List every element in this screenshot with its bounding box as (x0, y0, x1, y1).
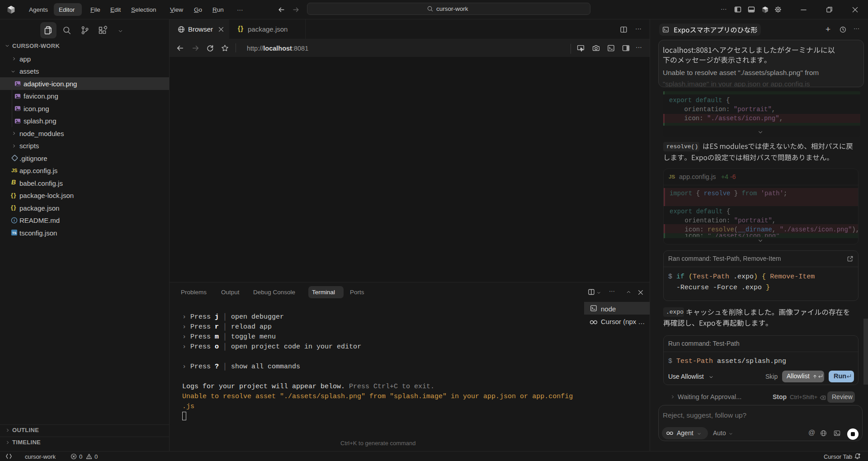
svg-text:TS: TS (12, 231, 17, 235)
